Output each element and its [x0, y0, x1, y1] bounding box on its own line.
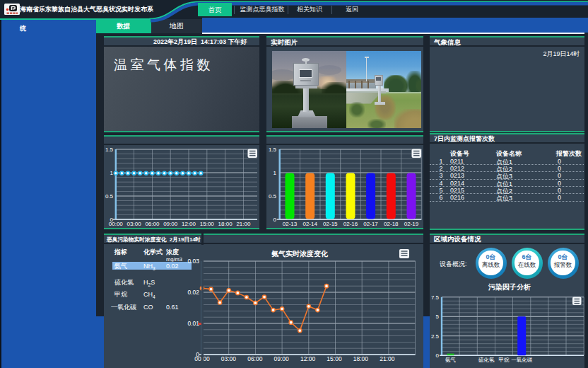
svg-text:0.5: 0.5: [105, 193, 114, 200]
svg-text:0: 0: [436, 352, 440, 359]
svg-text:氨气实时浓度变化: 氨气实时浓度变化: [271, 250, 329, 258]
svg-text:02-18: 02-18: [384, 221, 399, 227]
svg-text:1.5: 1.5: [105, 146, 114, 153]
svg-text:氨气: 氨气: [445, 357, 456, 363]
svg-text:02-16: 02-16: [343, 221, 358, 227]
svg-text:污染因子分析: 污染因子分析: [488, 283, 531, 291]
svg-text:15:00: 15:00: [327, 355, 342, 362]
svg-text:02-19: 02-19: [404, 221, 419, 227]
svg-text:03:00: 03:00: [221, 355, 237, 362]
svg-text:15:00: 15:00: [200, 221, 215, 227]
svg-text:12:00: 12:00: [300, 355, 316, 362]
svg-text:21:00: 21:00: [236, 221, 251, 227]
svg-text:02-15: 02-15: [323, 221, 338, 227]
svg-text:00:00: 00:00: [109, 221, 124, 227]
svg-text:0.5: 0.5: [269, 193, 277, 200]
svg-text:一氧化碳: 一氧化碳: [511, 357, 533, 363]
svg-text:7.5: 7.5: [431, 294, 440, 300]
svg-text:12:00: 12:00: [182, 221, 196, 227]
svg-text:5: 5: [436, 314, 440, 320]
svg-text:02-13: 02-13: [283, 221, 298, 227]
svg-text:02-17: 02-17: [363, 221, 378, 227]
svg-text:03:00: 03:00: [127, 221, 142, 227]
svg-text:18:00: 18:00: [353, 355, 369, 362]
svg-text:0.02: 0.02: [187, 289, 199, 296]
svg-text:1: 1: [274, 170, 277, 176]
svg-text:甲烷: 甲烷: [499, 357, 510, 363]
svg-text:18:00: 18:00: [218, 221, 233, 227]
svg-text:21:00: 21:00: [380, 355, 395, 362]
svg-text:1.5: 1.5: [269, 146, 277, 153]
svg-text:0: 0: [274, 217, 277, 223]
svg-text:09:00: 09:00: [163, 221, 178, 227]
svg-text:02-14: 02-14: [302, 221, 317, 227]
svg-text:2.5: 2.5: [431, 333, 440, 339]
svg-text:06:00: 06:00: [145, 221, 160, 227]
svg-text:硫化氢: 硫化氢: [478, 357, 495, 363]
svg-text:06:00: 06:00: [247, 355, 263, 362]
svg-text:09:00: 09:00: [274, 355, 290, 362]
svg-text:1: 1: [110, 170, 114, 176]
svg-text:0.03: 0.03: [187, 258, 199, 265]
